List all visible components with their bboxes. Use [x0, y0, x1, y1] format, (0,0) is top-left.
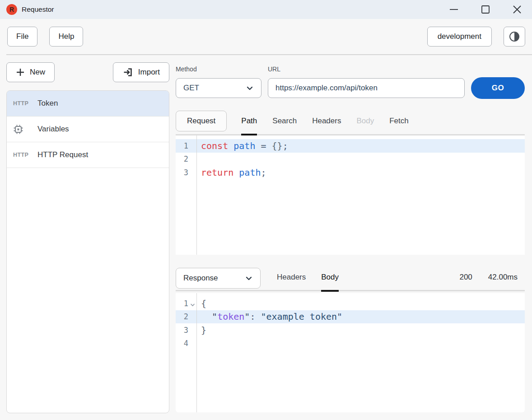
sidebar: New Import HTTPTokenVariablesHTTPHTTP Re… [6, 62, 169, 413]
code-line[interactable]: 2 [176, 153, 525, 166]
line-number: 2 [176, 154, 196, 163]
close-icon [512, 5, 522, 14]
http-badge: HTTP [13, 100, 37, 107]
sidebar-item-http-request[interactable]: HTTPHTTP Request [7, 142, 169, 168]
titlebar: R Requestor [0, 0, 532, 19]
theme-toggle-button[interactable] [504, 27, 525, 47]
tab-headers[interactable]: Headers [312, 111, 341, 135]
response-selector[interactable]: Response [176, 268, 261, 289]
sidebar-item-label: Token [37, 99, 58, 108]
http-badge-label: HTTP [13, 100, 28, 107]
sidebar-item-token[interactable]: HTTPToken [7, 91, 169, 117]
code-line[interactable]: 2 "token": "example token" [176, 310, 525, 324]
code-line[interactable]: 1{ [176, 297, 525, 310]
request-tabs: PathSearchHeadersBodyFetch [241, 111, 424, 135]
theme-contrast-icon [508, 30, 521, 43]
url-input[interactable] [268, 78, 465, 98]
fold-chevron-icon[interactable] [190, 303, 195, 307]
method-value: GET [183, 84, 199, 93]
response-row: Response HeadersBody 200 42.00ms [176, 267, 525, 291]
close-button[interactable] [507, 2, 527, 17]
line-number: 4 [176, 339, 196, 348]
maximize-button[interactable] [475, 2, 496, 17]
menubar-right: development [427, 27, 525, 47]
plus-icon [16, 68, 25, 77]
menubar: File Help development [0, 19, 532, 54]
response-selector-label: Response [183, 274, 218, 283]
app-window: R Requestor File Help develo [0, 0, 532, 420]
request-bar: Method GET URL GO [176, 65, 525, 98]
response-tabs: HeadersBody [277, 267, 354, 292]
file-menu-button[interactable]: File [7, 27, 37, 47]
tab-headers[interactable]: Headers [277, 267, 306, 292]
tab-path[interactable]: Path [241, 111, 257, 135]
app-title: Requestor [22, 5, 54, 14]
tab-body[interactable]: Body [321, 267, 339, 292]
help-menu-button[interactable]: Help [49, 27, 83, 47]
http-badge: HTTP [13, 152, 37, 158]
code-line[interactable]: 1const path = {}; [176, 139, 525, 153]
tab-fetch[interactable]: Fetch [389, 111, 409, 135]
response-code-editor[interactable]: 1{2 "token": "example token"3}4 [176, 293, 525, 412]
code-line[interactable]: 3} [176, 323, 525, 337]
code-line-text: { [196, 298, 206, 309]
go-button[interactable]: GO [471, 77, 525, 99]
import-button[interactable]: Import [113, 62, 169, 82]
status-code: 200 [459, 273, 472, 282]
http-badge-label: HTTP [13, 152, 28, 158]
chevron-down-icon [246, 84, 254, 92]
code-line[interactable]: 4 [176, 337, 525, 350]
url-label: URL [268, 65, 465, 73]
code-line-text: "token": "example token" [196, 311, 342, 322]
minimize-button[interactable] [443, 2, 464, 17]
code-line-text: } [196, 325, 206, 336]
environment-button[interactable]: development [427, 27, 492, 47]
new-button-label: New [30, 68, 45, 77]
line-number: 1 [176, 299, 196, 308]
minimize-icon [449, 5, 459, 14]
response-time: 42.00ms [488, 273, 518, 282]
tab-body: Body [356, 111, 374, 135]
import-button-label: Import [138, 68, 160, 77]
line-number: 3 [176, 168, 196, 177]
code-line[interactable]: 3return path; [176, 166, 525, 179]
tab-search[interactable]: Search [272, 111, 297, 135]
main-panel: Method GET URL GO Request PathSearchHe [176, 62, 525, 413]
new-request-button[interactable]: New [6, 62, 55, 82]
method-label: Method [176, 65, 261, 73]
sidebar-item-label: Variables [37, 125, 69, 134]
code-line-text: const path = {}; [196, 140, 288, 151]
sidebar-item-label: HTTP Request [37, 150, 88, 159]
method-select[interactable]: GET [176, 78, 261, 98]
request-list: HTTPTokenVariablesHTTPHTTP Request [6, 90, 169, 413]
request-code-editor[interactable]: 1const path = {};23return path; [176, 135, 525, 255]
sidebar-item-variables[interactable]: Variables [7, 117, 169, 142]
line-number: 3 [176, 326, 196, 335]
method-field: Method GET [176, 65, 261, 98]
maximize-icon [481, 5, 490, 14]
sidebar-actions: New Import [6, 62, 169, 82]
content: New Import HTTPTokenVariablesHTTPHTTP Re… [0, 55, 532, 420]
import-icon [122, 67, 133, 78]
line-number: 2 [176, 312, 196, 321]
url-field: URL [268, 65, 465, 98]
chevron-down-icon [245, 274, 253, 282]
window-controls [433, 2, 527, 17]
request-tabs-row: Request PathSearchHeadersBodyFetch [176, 111, 525, 135]
app-logo-icon: R [6, 4, 17, 15]
variables-chip-icon [13, 124, 37, 135]
line-number: 1 [176, 141, 196, 150]
response-status-group: 200 42.00ms [459, 267, 525, 282]
request-panel-button[interactable]: Request [176, 111, 227, 131]
code-line-text: return path; [196, 167, 266, 178]
